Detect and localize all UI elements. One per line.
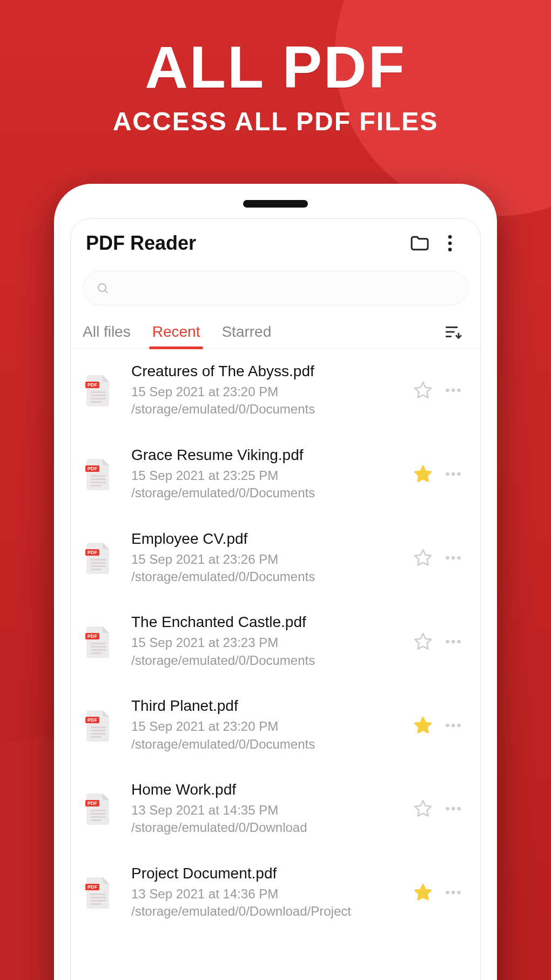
file-name: Third Planet.pdf bbox=[131, 697, 408, 715]
svg-rect-41 bbox=[91, 646, 106, 648]
tab-recent[interactable]: Recent bbox=[152, 315, 200, 349]
star-button[interactable] bbox=[408, 464, 438, 484]
svg-rect-11 bbox=[91, 395, 106, 396]
file-meta: 13 Sep 2021 at 14:35 PM bbox=[131, 802, 408, 819]
tab-all-files[interactable]: All files bbox=[83, 315, 131, 349]
file-info: The Enchanted Castle.pdf 15 Sep 2021 at … bbox=[131, 614, 408, 669]
folder-icon bbox=[409, 232, 431, 254]
file-row[interactable]: PDF Project Document.pdf 13 Sep 2021 at … bbox=[71, 851, 480, 935]
pdf-file-icon: PDF bbox=[83, 625, 115, 658]
svg-point-65 bbox=[446, 807, 449, 811]
svg-rect-10 bbox=[91, 391, 106, 393]
svg-point-37 bbox=[457, 556, 461, 560]
svg-point-36 bbox=[452, 556, 455, 560]
svg-rect-73 bbox=[91, 903, 102, 905]
folder-button[interactable] bbox=[405, 228, 435, 258]
svg-point-75 bbox=[446, 891, 449, 895]
svg-text:PDF: PDF bbox=[88, 801, 98, 806]
star-button[interactable] bbox=[408, 548, 438, 568]
more-button[interactable] bbox=[438, 883, 468, 902]
svg-text:PDF: PDF bbox=[88, 466, 98, 471]
file-info: Creatures of The Abyss.pdf 15 Sep 2021 a… bbox=[131, 363, 408, 418]
svg-text:PDF: PDF bbox=[88, 717, 98, 723]
overflow-menu-button[interactable] bbox=[435, 228, 465, 258]
file-name: Employee CV.pdf bbox=[131, 530, 408, 548]
pdf-file-icon: PDF bbox=[83, 542, 115, 574]
svg-marker-14 bbox=[415, 382, 431, 398]
svg-point-66 bbox=[452, 807, 455, 811]
star-button[interactable] bbox=[408, 883, 438, 902]
file-info: Home Work.pdf 13 Sep 2021 at 14:35 PM /s… bbox=[131, 781, 408, 837]
svg-point-45 bbox=[446, 639, 449, 643]
svg-marker-24 bbox=[415, 466, 431, 482]
svg-point-47 bbox=[457, 639, 461, 643]
svg-rect-23 bbox=[91, 485, 102, 486]
svg-rect-63 bbox=[91, 819, 102, 821]
file-info: Employee CV.pdf 15 Sep 2021 at 23:26 PM … bbox=[131, 530, 408, 586]
tabs: All filesRecentStarred bbox=[71, 315, 480, 349]
svg-point-0 bbox=[448, 235, 452, 239]
star-button[interactable] bbox=[408, 632, 438, 651]
svg-point-3 bbox=[98, 284, 106, 291]
svg-point-16 bbox=[452, 389, 455, 392]
svg-rect-43 bbox=[91, 652, 102, 654]
svg-rect-12 bbox=[91, 398, 106, 399]
screen: PDF Reader All filesRecentS bbox=[70, 218, 481, 980]
promo-title: ALL PDF bbox=[0, 32, 551, 101]
svg-rect-21 bbox=[91, 478, 106, 480]
svg-rect-62 bbox=[91, 816, 106, 818]
svg-text:PDF: PDF bbox=[88, 884, 98, 890]
file-list: PDF Creatures of The Abyss.pdf 15 Sep 20… bbox=[71, 349, 480, 934]
promo-subtitle: ACCESS ALL PDF FILES bbox=[0, 106, 551, 136]
sort-button[interactable] bbox=[438, 317, 468, 347]
tab-starred[interactable]: Starred bbox=[221, 315, 271, 349]
file-meta: 15 Sep 2021 at 23:26 PM bbox=[131, 551, 408, 568]
svg-rect-70 bbox=[91, 894, 106, 895]
file-row[interactable]: PDF Third Planet.pdf 15 Sep 2021 at 23:2… bbox=[71, 683, 480, 767]
svg-marker-54 bbox=[415, 717, 431, 733]
svg-point-46 bbox=[452, 639, 455, 643]
svg-rect-72 bbox=[91, 900, 106, 902]
search-input[interactable] bbox=[83, 271, 468, 305]
file-path: /storage/emulated/0/Documents bbox=[131, 484, 408, 502]
svg-text:PDF: PDF bbox=[88, 382, 98, 388]
star-button[interactable] bbox=[408, 799, 438, 818]
svg-marker-34 bbox=[415, 550, 431, 565]
sort-icon bbox=[444, 323, 462, 341]
svg-point-25 bbox=[446, 472, 449, 476]
star-button[interactable] bbox=[408, 716, 438, 735]
svg-point-26 bbox=[452, 472, 455, 476]
svg-point-67 bbox=[457, 807, 461, 811]
more-button[interactable] bbox=[438, 632, 468, 651]
svg-rect-71 bbox=[91, 897, 106, 898]
file-row[interactable]: PDF Creatures of The Abyss.pdf 15 Sep 20… bbox=[71, 349, 480, 432]
more-button[interactable] bbox=[438, 464, 468, 484]
pdf-file-icon: PDF bbox=[83, 458, 115, 490]
svg-rect-22 bbox=[91, 482, 106, 483]
star-button[interactable] bbox=[408, 381, 438, 400]
file-info: Third Planet.pdf 15 Sep 2021 at 23:20 PM… bbox=[131, 697, 408, 753]
svg-rect-52 bbox=[91, 733, 106, 735]
more-button[interactable] bbox=[438, 799, 468, 818]
more-button[interactable] bbox=[438, 381, 468, 400]
file-path: /storage/emulated/0/Download bbox=[131, 819, 408, 836]
file-row[interactable]: PDF Home Work.pdf 13 Sep 2021 at 14:35 P… bbox=[71, 767, 480, 851]
svg-point-1 bbox=[448, 242, 452, 245]
file-row[interactable]: PDF Grace Resume Viking.pdf 15 Sep 2021 … bbox=[71, 432, 480, 516]
svg-point-27 bbox=[457, 472, 461, 476]
svg-rect-42 bbox=[91, 649, 106, 651]
svg-rect-51 bbox=[91, 730, 106, 731]
svg-rect-20 bbox=[91, 475, 106, 477]
more-button[interactable] bbox=[438, 548, 468, 568]
more-button[interactable] bbox=[438, 716, 468, 735]
file-meta: 13 Sep 2021 at 14:36 PM bbox=[131, 885, 408, 903]
svg-rect-13 bbox=[91, 401, 102, 403]
file-meta: 15 Sep 2021 at 23:25 PM bbox=[131, 467, 408, 484]
pdf-file-icon: PDF bbox=[83, 792, 115, 825]
svg-rect-50 bbox=[91, 726, 106, 728]
svg-point-55 bbox=[446, 723, 449, 727]
file-row[interactable]: PDF Employee CV.pdf 15 Sep 2021 at 23:26… bbox=[71, 516, 480, 600]
device-frame: PDF Reader All filesRecentS bbox=[54, 184, 497, 980]
file-row[interactable]: PDF The Enchanted Castle.pdf 15 Sep 2021… bbox=[71, 599, 480, 683]
svg-rect-32 bbox=[91, 565, 106, 567]
